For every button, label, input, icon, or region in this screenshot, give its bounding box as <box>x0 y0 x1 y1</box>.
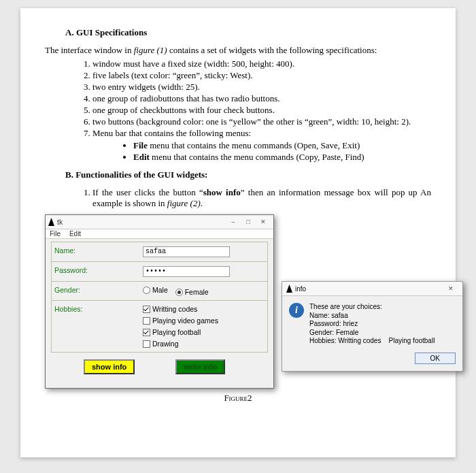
entry-name[interactable]: safaa <box>143 246 230 257</box>
minimize-button[interactable]: – <box>226 216 241 227</box>
spec-item: five labels (text color: “green”, sticky… <box>92 70 431 81</box>
check-writting-codes[interactable]: Writting codes <box>143 305 218 313</box>
close-button[interactable]: ✕ <box>256 216 271 227</box>
label-password: Password: <box>54 266 143 274</box>
spec-item: two buttons (background color: one is “y… <box>92 116 431 127</box>
write-info-button[interactable]: write info <box>175 359 225 374</box>
entry-password[interactable]: ••••• <box>143 266 230 277</box>
figure-area: tk – □ ✕ File Edit Name: safaa Password: <box>45 214 431 391</box>
figure-caption: Figure2 <box>45 393 431 404</box>
tk-menubar: File Edit <box>46 229 273 239</box>
check-playing-video-games[interactable]: Playing video games <box>143 316 218 325</box>
info-icon: i <box>289 303 304 318</box>
func-list: If the user clicks the button “show info… <box>65 187 431 209</box>
feather-icon <box>48 218 54 226</box>
menu-bullet: File menu that contains the menu command… <box>133 140 431 151</box>
info-title: info <box>295 285 443 293</box>
spec-item: Menu bar that contains the following men… <box>92 128 431 139</box>
radio-male[interactable]: Male <box>143 286 168 294</box>
maximize-button[interactable]: □ <box>241 216 256 227</box>
spec-item: two entry widgets (width: 25). <box>92 82 431 93</box>
check-playing-football[interactable]: Playing football <box>143 328 218 336</box>
info-close-button[interactable]: ✕ <box>443 283 458 294</box>
spec-item: window must have a fixed size (width: 50… <box>92 59 431 69</box>
info-titlebar: info ✕ <box>282 282 462 296</box>
info-text: These are your choices: Name: safaa Pass… <box>309 303 435 346</box>
label-hobbies: Hobbies: <box>54 305 143 313</box>
label-name: Name: <box>54 246 143 255</box>
radio-female[interactable]: Female <box>175 288 209 296</box>
check-drawing[interactable]: Drawing <box>143 340 218 348</box>
func-item: If the user clicks the button “show info… <box>92 187 431 209</box>
spec-item: one group of checkbuttons with four chec… <box>92 105 431 116</box>
document-page: A. GUI Specifications The interface wind… <box>20 8 456 457</box>
menu-file[interactable]: File <box>50 230 61 238</box>
menu-bullet: Edit menu that contains the menu command… <box>133 152 431 163</box>
button-row: show info write info <box>78 353 268 381</box>
spec-list: window must have a fixed size (width: 50… <box>65 59 431 139</box>
tk-window: tk – □ ✕ File Edit Name: safaa Password: <box>45 214 274 389</box>
feather-icon <box>286 284 292 293</box>
tk-title: tk <box>57 218 226 226</box>
section-b-heading: B. Functionalities of the GUI widgets: <box>65 169 431 180</box>
menu-edit[interactable]: Edit <box>69 230 81 238</box>
menu-bullets: File menu that contains the menu command… <box>106 140 431 163</box>
spec-item: one group of radiobuttons that has two r… <box>92 93 431 104</box>
section-a-heading: A. GUI Specifications <box>65 27 431 38</box>
show-info-button[interactable]: show info <box>84 359 135 374</box>
tk-titlebar: tk – □ ✕ <box>46 215 273 229</box>
section-a-intro: The interface window in figure (1) conta… <box>45 45 431 56</box>
label-gender: Gender: <box>54 286 143 294</box>
info-ok-button[interactable]: OK <box>415 353 456 364</box>
info-dialog: info ✕ i These are your choices: Name: s… <box>282 281 463 372</box>
